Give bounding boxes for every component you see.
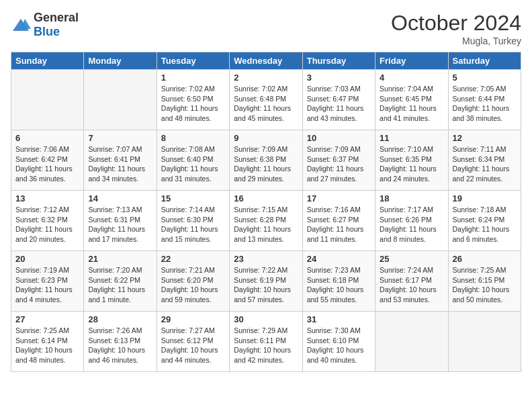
logo-icon: [11, 17, 31, 33]
week-row-4: 20Sunrise: 7:19 AM Sunset: 6:23 PM Dayli…: [11, 251, 521, 312]
header-row: SundayMondayTuesdayWednesdayThursdayFrid…: [11, 52, 521, 70]
day-cell: 26Sunrise: 7:25 AM Sunset: 6:15 PM Dayli…: [448, 251, 521, 312]
day-info: Sunrise: 7:24 AM Sunset: 6:17 PM Dayligh…: [380, 265, 443, 305]
day-number: 31: [307, 314, 371, 324]
day-cell: 6Sunrise: 7:06 AM Sunset: 6:42 PM Daylig…: [11, 130, 84, 191]
day-info: Sunrise: 7:07 AM Sunset: 6:41 PM Dayligh…: [88, 144, 152, 184]
day-cell: 16Sunrise: 7:15 AM Sunset: 6:28 PM Dayli…: [230, 191, 302, 251]
day-info: Sunrise: 7:25 AM Sunset: 6:14 PM Dayligh…: [15, 326, 79, 365]
day-info: Sunrise: 7:02 AM Sunset: 6:48 PM Dayligh…: [234, 84, 298, 124]
day-cell: 30Sunrise: 7:29 AM Sunset: 6:11 PM Dayli…: [230, 312, 302, 372]
day-number: 30: [234, 314, 298, 324]
day-number: 23: [234, 254, 298, 264]
day-info: Sunrise: 7:21 AM Sunset: 6:20 PM Dayligh…: [161, 265, 225, 305]
day-cell: 11Sunrise: 7:10 AM Sunset: 6:35 PM Dayli…: [375, 130, 448, 191]
day-info: Sunrise: 7:23 AM Sunset: 6:18 PM Dayligh…: [307, 265, 371, 305]
day-number: 7: [88, 133, 152, 143]
day-number: 26: [453, 254, 517, 264]
day-cell: 17Sunrise: 7:16 AM Sunset: 6:27 PM Dayli…: [302, 191, 375, 251]
day-cell: 13Sunrise: 7:12 AM Sunset: 6:32 PM Dayli…: [11, 191, 84, 251]
day-cell: 3Sunrise: 7:03 AM Sunset: 6:47 PM Daylig…: [302, 70, 375, 130]
day-info: Sunrise: 7:26 AM Sunset: 6:13 PM Dayligh…: [88, 326, 152, 365]
day-info: Sunrise: 7:19 AM Sunset: 6:23 PM Dayligh…: [15, 265, 79, 305]
day-cell: 12Sunrise: 7:11 AM Sunset: 6:34 PM Dayli…: [448, 130, 521, 191]
day-cell: 4Sunrise: 7:04 AM Sunset: 6:45 PM Daylig…: [375, 70, 448, 130]
week-row-2: 6Sunrise: 7:06 AM Sunset: 6:42 PM Daylig…: [11, 130, 521, 191]
day-number: 29: [161, 314, 225, 324]
day-cell: 2Sunrise: 7:02 AM Sunset: 6:48 PM Daylig…: [230, 70, 302, 130]
day-cell: 1Sunrise: 7:02 AM Sunset: 6:50 PM Daylig…: [157, 70, 229, 130]
day-info: Sunrise: 7:03 AM Sunset: 6:47 PM Dayligh…: [307, 84, 371, 124]
day-info: Sunrise: 7:06 AM Sunset: 6:42 PM Dayligh…: [15, 144, 79, 184]
day-cell: 22Sunrise: 7:21 AM Sunset: 6:20 PM Dayli…: [157, 251, 229, 312]
day-cell: 18Sunrise: 7:17 AM Sunset: 6:26 PM Dayli…: [375, 191, 448, 251]
day-cell: 9Sunrise: 7:09 AM Sunset: 6:38 PM Daylig…: [230, 130, 302, 191]
location: Mugla, Turkey: [391, 36, 521, 46]
day-info: Sunrise: 7:22 AM Sunset: 6:19 PM Dayligh…: [234, 265, 298, 305]
day-number: 28: [88, 314, 152, 324]
day-cell: 21Sunrise: 7:20 AM Sunset: 6:22 PM Dayli…: [84, 251, 157, 312]
day-number: 22: [161, 254, 225, 264]
day-number: 9: [234, 133, 298, 143]
day-header-friday: Friday: [375, 52, 448, 70]
day-number: 5: [453, 73, 517, 83]
day-cell: [448, 312, 521, 372]
day-number: 25: [380, 254, 443, 264]
day-info: Sunrise: 7:20 AM Sunset: 6:22 PM Dayligh…: [88, 265, 152, 305]
day-number: 21: [88, 254, 152, 264]
week-row-1: 1Sunrise: 7:02 AM Sunset: 6:50 PM Daylig…: [11, 70, 521, 130]
logo: General Blue: [11, 11, 79, 39]
day-number: 24: [307, 254, 371, 264]
day-cell: 31Sunrise: 7:30 AM Sunset: 6:10 PM Dayli…: [302, 312, 375, 372]
day-header-thursday: Thursday: [302, 52, 375, 70]
day-cell: [84, 70, 157, 130]
day-info: Sunrise: 7:02 AM Sunset: 6:50 PM Dayligh…: [161, 84, 225, 124]
day-info: Sunrise: 7:11 AM Sunset: 6:34 PM Dayligh…: [453, 144, 517, 184]
day-header-monday: Monday: [84, 52, 157, 70]
day-number: 16: [234, 193, 298, 203]
day-number: 1: [161, 73, 225, 83]
day-cell: 19Sunrise: 7:18 AM Sunset: 6:24 PM Dayli…: [448, 191, 521, 251]
day-cell: 10Sunrise: 7:09 AM Sunset: 6:37 PM Dayli…: [302, 130, 375, 191]
day-info: Sunrise: 7:14 AM Sunset: 6:30 PM Dayligh…: [161, 205, 225, 244]
day-number: 17: [307, 193, 371, 203]
day-cell: [375, 312, 448, 372]
day-info: Sunrise: 7:08 AM Sunset: 6:40 PM Dayligh…: [161, 144, 225, 184]
day-number: 4: [380, 73, 443, 83]
day-cell: 27Sunrise: 7:25 AM Sunset: 6:14 PM Dayli…: [11, 312, 84, 372]
day-cell: 28Sunrise: 7:26 AM Sunset: 6:13 PM Dayli…: [84, 312, 157, 372]
day-number: 20: [15, 254, 79, 264]
calendar-table: SundayMondayTuesdayWednesdayThursdayFrid…: [11, 52, 521, 372]
day-cell: 5Sunrise: 7:05 AM Sunset: 6:44 PM Daylig…: [448, 70, 521, 130]
day-cell: 24Sunrise: 7:23 AM Sunset: 6:18 PM Dayli…: [302, 251, 375, 312]
day-info: Sunrise: 7:10 AM Sunset: 6:35 PM Dayligh…: [380, 144, 443, 184]
day-cell: 15Sunrise: 7:14 AM Sunset: 6:30 PM Dayli…: [157, 191, 229, 251]
day-info: Sunrise: 7:27 AM Sunset: 6:12 PM Dayligh…: [161, 326, 225, 365]
day-info: Sunrise: 7:09 AM Sunset: 6:38 PM Dayligh…: [234, 144, 298, 184]
logo-general: General: [34, 11, 79, 24]
day-cell: 7Sunrise: 7:07 AM Sunset: 6:41 PM Daylig…: [84, 130, 157, 191]
day-header-tuesday: Tuesday: [157, 52, 229, 70]
day-number: 6: [15, 133, 79, 143]
day-cell: 25Sunrise: 7:24 AM Sunset: 6:17 PM Dayli…: [375, 251, 448, 312]
day-number: 15: [161, 193, 225, 203]
day-cell: 8Sunrise: 7:08 AM Sunset: 6:40 PM Daylig…: [157, 130, 229, 191]
day-number: 12: [453, 133, 517, 143]
day-info: Sunrise: 7:05 AM Sunset: 6:44 PM Dayligh…: [453, 84, 517, 124]
day-info: Sunrise: 7:09 AM Sunset: 6:37 PM Dayligh…: [307, 144, 371, 184]
day-info: Sunrise: 7:30 AM Sunset: 6:10 PM Dayligh…: [307, 326, 371, 365]
week-row-3: 13Sunrise: 7:12 AM Sunset: 6:32 PM Dayli…: [11, 191, 521, 251]
day-cell: 20Sunrise: 7:19 AM Sunset: 6:23 PM Dayli…: [11, 251, 84, 312]
day-number: 10: [307, 133, 371, 143]
logo-blue: Blue: [34, 25, 60, 38]
day-cell: 23Sunrise: 7:22 AM Sunset: 6:19 PM Dayli…: [230, 251, 302, 312]
day-header-sunday: Sunday: [11, 52, 84, 70]
day-info: Sunrise: 7:29 AM Sunset: 6:11 PM Dayligh…: [234, 326, 298, 365]
day-cell: 14Sunrise: 7:13 AM Sunset: 6:31 PM Dayli…: [84, 191, 157, 251]
month-title: October 2024: [391, 11, 521, 36]
day-number: 11: [380, 133, 443, 143]
logo-text: General Blue: [34, 11, 79, 39]
day-info: Sunrise: 7:15 AM Sunset: 6:28 PM Dayligh…: [234, 205, 298, 244]
page-header: General Blue October 2024 Mugla, Turkey: [11, 11, 521, 46]
day-info: Sunrise: 7:18 AM Sunset: 6:24 PM Dayligh…: [453, 205, 517, 244]
